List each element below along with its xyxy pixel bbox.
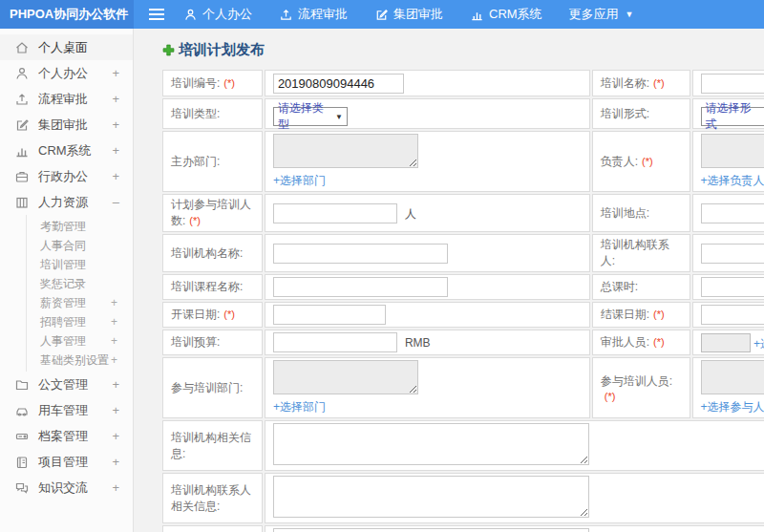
- location-input[interactable]: [701, 203, 764, 223]
- sidebar-item-vehicle-mgmt[interactable]: 用车管理 +: [0, 397, 133, 423]
- select-dept-link[interactable]: +选择部门: [273, 173, 326, 189]
- sidebar-item-admin-office[interactable]: 行政办公 +: [0, 163, 133, 189]
- field-label: 参与培训部门:: [162, 357, 263, 418]
- sidebar-item-label: 流程审批: [38, 91, 88, 108]
- expand-indicator[interactable]: +: [112, 92, 119, 106]
- planned-count-input[interactable]: [273, 203, 397, 223]
- host-dept-textarea[interactable]: [273, 134, 418, 168]
- sidebar-item-crm-system[interactable]: CRM系统 +: [0, 138, 133, 163]
- required-mark: (*): [653, 309, 665, 320]
- start-date-input[interactable]: [273, 305, 386, 325]
- expand-indicator[interactable]: +: [112, 377, 119, 392]
- chart-icon: [14, 143, 30, 159]
- sidebar-item-label: 公文管理: [38, 376, 88, 394]
- sidebar-item-human-resources[interactable]: 人力资源 –: [0, 189, 133, 215]
- course-name-input[interactable]: [273, 277, 448, 297]
- field-label: 培训机构联系人:: [592, 234, 690, 272]
- sidebar-subitem-reward-punishment[interactable]: 奖惩记录: [27, 274, 133, 293]
- org-name-input[interactable]: [273, 244, 448, 264]
- subitem-label: 考勤管理: [40, 219, 86, 235]
- required-mark: (*): [189, 215, 201, 226]
- expand-indicator[interactable]: +: [112, 169, 119, 183]
- org-contact-info-textarea[interactable]: [273, 476, 589, 518]
- field-label: 培训地点:: [592, 194, 690, 232]
- nav-personal-office[interactable]: 个人办公: [183, 6, 252, 23]
- field-label: 培训机构相关信息:: [162, 420, 263, 471]
- expand-indicator[interactable]: +: [112, 429, 119, 443]
- required-mark: (*): [223, 77, 235, 89]
- training-name-input[interactable]: [701, 74, 764, 94]
- sidebar-subitem-training-mgmt[interactable]: 培训管理: [27, 255, 133, 274]
- select-join-dept-link[interactable]: +选择部门: [273, 399, 326, 415]
- sidebar-item-knowledge-exchange[interactable]: 知识交流 +: [0, 475, 133, 500]
- field-label: 计划参与培训人数:(*): [162, 194, 263, 232]
- budget-input[interactable]: [273, 332, 397, 352]
- requirement-textarea[interactable]: [273, 528, 589, 532]
- expand-indicator[interactable]: +: [111, 315, 117, 329]
- training-mode-select[interactable]: 请选择形式▼: [701, 107, 764, 126]
- sidebar-subitem-salary-mgmt[interactable]: 薪资管理 +: [27, 293, 133, 312]
- expand-indicator[interactable]: +: [111, 334, 117, 348]
- nav-workflow-approval[interactable]: 流程审批: [279, 6, 348, 23]
- join-people-textarea[interactable]: [701, 360, 764, 394]
- chat-icon: [14, 480, 30, 496]
- training-number-input[interactable]: [273, 74, 404, 94]
- nav-group-approval[interactable]: 集团审批: [374, 6, 443, 23]
- leader-textarea[interactable]: [701, 134, 764, 168]
- nav-label: CRM系统: [489, 6, 542, 23]
- home-icon: [14, 40, 30, 55]
- chart-icon: [470, 8, 484, 22]
- collapse-indicator[interactable]: –: [113, 195, 119, 209]
- sidebar-subitem-hr-contract[interactable]: 人事合同: [27, 236, 133, 255]
- sidebar-item-group-approval[interactable]: 集团审批 +: [0, 112, 133, 138]
- sidebar-item-archive-mgmt[interactable]: 档案管理 +: [0, 423, 133, 449]
- field-label: 培训要求:: [162, 525, 263, 532]
- page-title: 培训计划发布: [162, 41, 764, 59]
- join-dept-textarea[interactable]: [273, 360, 418, 394]
- expand-indicator[interactable]: +: [112, 455, 119, 469]
- training-type-select[interactable]: 请选择类型▼: [273, 107, 348, 126]
- sidebar-item-personal-desktop[interactable]: 个人桌面: [0, 34, 133, 60]
- select-leader-link[interactable]: +选择负责人: [701, 173, 764, 189]
- required-mark: (*): [223, 309, 235, 320]
- select-join-people-link[interactable]: +选择参与人员: [701, 399, 764, 415]
- nav-crm-system[interactable]: CRM系统: [470, 6, 542, 23]
- sidebar-item-label: 项目管理: [38, 454, 88, 471]
- end-date-input[interactable]: [701, 305, 764, 325]
- org-info-textarea[interactable]: [273, 423, 589, 465]
- sidebar-subitem-attendance-mgmt[interactable]: 考勤管理: [27, 217, 133, 236]
- hamburger-menu-icon[interactable]: [149, 9, 164, 20]
- subitem-label: 培训管理: [40, 257, 86, 273]
- sidebar-subitem-recruitment-mgmt[interactable]: 招聘管理 +: [27, 312, 133, 331]
- nav-more-apps[interactable]: 更多应用 ▼: [569, 6, 634, 23]
- field-label: 开课日期:(*): [162, 302, 263, 328]
- expand-indicator[interactable]: +: [112, 143, 119, 158]
- field-label: 主办部门:: [162, 131, 263, 192]
- sidebar-item-workflow-approval[interactable]: 流程审批 +: [0, 86, 133, 112]
- person-icon: [14, 66, 30, 81]
- field-label: 培训类型:: [162, 98, 263, 129]
- select-arrow-icon: ▼: [335, 113, 343, 121]
- expand-indicator[interactable]: +: [112, 66, 119, 80]
- sidebar-subitem-base-category-settings[interactable]: 基础类别设置 +: [27, 351, 133, 370]
- sidebar-item-document-mgmt[interactable]: 公文管理 +: [0, 372, 133, 397]
- sidebar-item-personal-office[interactable]: 个人办公 +: [0, 60, 133, 86]
- approver-input[interactable]: [701, 333, 751, 352]
- expand-indicator[interactable]: +: [112, 480, 119, 495]
- field-label: 结课日期:(*): [592, 302, 690, 328]
- expand-indicator[interactable]: +: [112, 117, 119, 132]
- org-contact-input[interactable]: [701, 244, 764, 264]
- subitem-label: 人事管理: [40, 333, 86, 350]
- expand-indicator[interactable]: +: [111, 296, 117, 309]
- total-hours-input[interactable]: [701, 277, 764, 297]
- car-icon: [14, 403, 30, 418]
- workflow-icon: [14, 92, 30, 107]
- expand-indicator[interactable]: +: [111, 353, 117, 367]
- sidebar-subitem-personnel-mgmt[interactable]: 人事管理 +: [27, 331, 133, 351]
- sidebar-item-project-mgmt[interactable]: 项目管理 +: [0, 449, 133, 475]
- subitem-label: 基础类别设置: [40, 352, 109, 369]
- expand-indicator[interactable]: +: [112, 403, 119, 417]
- subitem-label: 招聘管理: [40, 314, 86, 330]
- select-approver-link[interactable]: +选择审批人员: [753, 336, 764, 350]
- field-label: 培训名称:(*): [592, 70, 690, 96]
